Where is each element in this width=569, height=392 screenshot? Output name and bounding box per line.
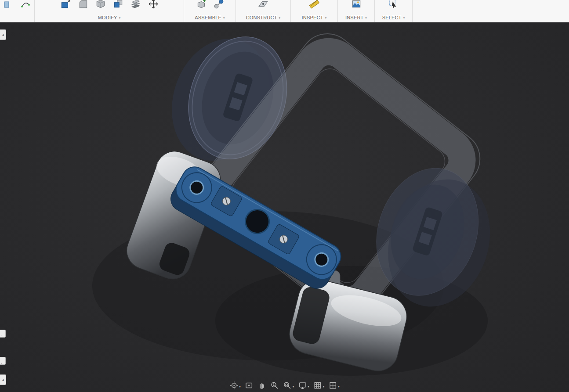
joint-icon[interactable] — [212, 0, 225, 12]
select-icons — [387, 0, 400, 11]
move-copy-icon[interactable] — [147, 0, 160, 12]
collapsed-panel-tab-2[interactable]: . — [0, 357, 6, 365]
combine-icon[interactable] — [112, 0, 125, 12]
collapse-arrow-icon: ◄ — [1, 378, 4, 381]
pan-icon — [257, 381, 266, 390]
shell-icon[interactable] — [94, 0, 107, 12]
chevron-down-icon: ▾ — [403, 16, 405, 19]
insert-menu-label: INSERT — [345, 15, 363, 20]
inspect-menu[interactable]: INSPECT ▾ — [299, 14, 330, 21]
timeline-collapse-tab[interactable]: ◄ — [0, 374, 6, 385]
insert-image-icon[interactable] — [350, 0, 363, 12]
display-settings-icon — [298, 381, 307, 390]
collapsed-panel-tab-1[interactable]: . — [0, 330, 6, 338]
toolbar-group-assemble: ASSEMBLE ▾ — [184, 0, 236, 22]
chevron-down-icon: ▾ — [279, 16, 281, 19]
construct-menu-label: CONSTRUCT — [246, 15, 277, 20]
3d-model-canvas[interactable] — [0, 22, 569, 392]
select-menu-label: SELECT — [382, 15, 402, 20]
grid-icon — [313, 381, 322, 390]
fillet-icon[interactable] — [76, 0, 90, 12]
chevron-down-icon: ▾ — [365, 16, 367, 19]
toolbar-group-modify: MODIFY ▾ — [35, 0, 184, 22]
chevron-down-icon: ▾ — [293, 385, 294, 390]
look-at-icon — [245, 381, 254, 390]
modify-menu-label: MODIFY — [98, 15, 117, 20]
toolbar-group-inspect: INSPECT ▾ — [291, 0, 338, 22]
fit-button[interactable]: ▾ — [282, 380, 296, 391]
chevron-down-icon: ▾ — [239, 385, 241, 390]
orbit-button[interactable]: ▾ — [228, 380, 242, 391]
viewports-icon — [328, 381, 337, 390]
chevron-down-icon: ▾ — [325, 16, 327, 19]
toolbar-group-construct: CONSTRUCT ▾ — [236, 0, 291, 22]
toolbar-spacer — [413, 0, 569, 22]
toolbar-left-icons — [3, 0, 32, 11]
chevron-down-icon: ▾ — [223, 16, 225, 19]
assemble-menu[interactable]: ASSEMBLE ▾ — [192, 14, 228, 21]
create-sketch-icon[interactable] — [19, 0, 32, 12]
offset-face-icon[interactable] — [129, 0, 142, 12]
construction-plane-icon[interactable] — [257, 0, 270, 12]
chevron-down-icon: ▾ — [119, 16, 121, 19]
display-settings-button[interactable]: ▾ — [297, 380, 311, 391]
zoom-icon — [270, 381, 279, 390]
fit-icon — [283, 381, 292, 390]
zoom-button[interactable] — [269, 380, 280, 391]
select-cursor-icon[interactable] — [387, 0, 400, 12]
modify-icons — [59, 0, 160, 11]
modify-menu[interactable]: MODIFY ▾ — [95, 14, 123, 21]
insert-icons — [350, 0, 363, 11]
viewports-button[interactable]: ▾ — [327, 380, 341, 391]
inspect-icons — [308, 0, 321, 11]
chevron-down-icon: ▾ — [323, 385, 325, 390]
measure-icon[interactable] — [308, 0, 321, 12]
toolbar-group-left — [0, 0, 35, 22]
browser-collapse-tab[interactable]: ◄ — [0, 29, 6, 40]
viewport[interactable]: ◄ . . ◄ ▾ — [0, 22, 569, 392]
top-toolbar: MODIFY ▾ ASSEMBLE ▾ — [0, 0, 569, 22]
box-tool-icon[interactable] — [3, 0, 15, 12]
construct-icons — [257, 0, 270, 11]
look-at-button[interactable] — [243, 380, 255, 391]
dot-icon: . — [1, 332, 2, 337]
assemble-menu-label: ASSEMBLE — [195, 15, 221, 20]
select-menu[interactable]: SELECT ▾ — [380, 14, 408, 21]
toolbar-group-insert: INSERT ▾ — [338, 0, 375, 22]
dot-icon: . — [1, 359, 2, 364]
orbit-icon — [229, 381, 238, 390]
toolbar-group-select: SELECT ▾ — [375, 0, 413, 22]
collapse-arrow-icon: ◄ — [1, 33, 4, 36]
construct-menu[interactable]: CONSTRUCT ▾ — [243, 14, 283, 21]
insert-menu[interactable]: INSERT ▾ — [343, 14, 370, 21]
chevron-down-icon: ▾ — [308, 385, 309, 390]
inspect-menu-label: INSPECT — [302, 15, 323, 20]
navigation-bar: ▾ ▾ — [225, 379, 344, 392]
grid-and-snaps-button[interactable]: ▾ — [312, 380, 326, 391]
pan-button[interactable] — [256, 380, 268, 391]
assemble-icons — [195, 0, 225, 11]
press-pull-icon[interactable] — [59, 0, 72, 12]
chevron-down-icon: ▾ — [338, 385, 340, 390]
new-component-icon[interactable] — [195, 0, 208, 12]
